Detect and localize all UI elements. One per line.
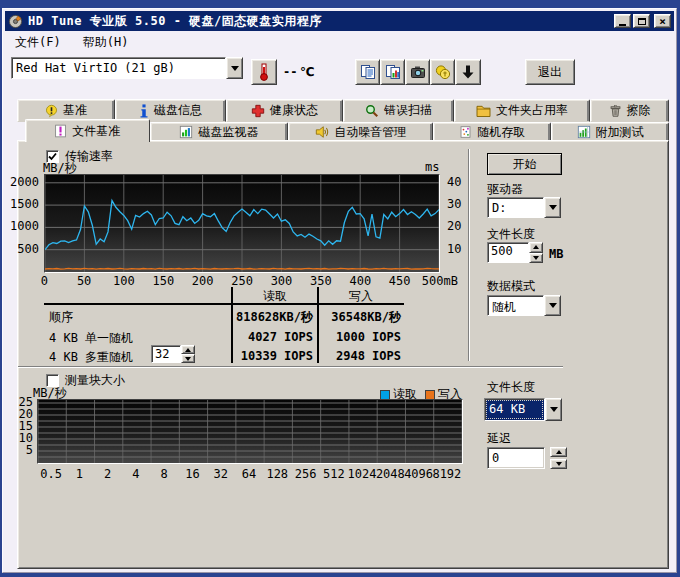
erase-trash-icon xyxy=(609,104,622,118)
file-benchmark-icon xyxy=(54,124,67,138)
arrow-up-icon xyxy=(533,245,539,249)
acoustic-speaker-icon xyxy=(315,125,329,139)
window-title: HD Tune 专业版 5.50 - 硬盘/固态硬盘实用程序 xyxy=(28,13,322,30)
tab-folder-usage[interactable]: 文件夹占用率 xyxy=(454,99,590,122)
legend-read-swatch xyxy=(380,390,390,400)
drive-select[interactable]: Red Hat VirtIO (21 gB) xyxy=(11,57,243,79)
arrow-up-icon xyxy=(185,348,191,352)
block-file-length-label: 文件长度 xyxy=(487,379,535,396)
block-file-length-value: 64 KB xyxy=(484,398,545,421)
top-chart-y2-axis-labels: 40302010 xyxy=(443,174,467,271)
read-4kb-single-value: 4027 IOPS xyxy=(233,330,313,344)
tab-random-access[interactable]: 随机存取 xyxy=(433,122,551,142)
axis-tick-label: 500 xyxy=(17,242,39,256)
delay-down-button[interactable] xyxy=(550,459,567,469)
drive-combo[interactable]: D: xyxy=(487,197,561,218)
axis-tick-label: 30 xyxy=(447,197,461,211)
delay-up-button[interactable] xyxy=(550,447,567,457)
tab-extra-tests[interactable]: 附加测试 xyxy=(551,122,669,142)
axis-tick-label: 256 xyxy=(295,467,317,481)
chevron-down-icon xyxy=(550,407,558,412)
axis-tick-label: 8 xyxy=(161,467,168,481)
save-button[interactable] xyxy=(455,59,481,85)
delay-input[interactable]: 0 xyxy=(487,447,545,469)
transfer-rate-chart-canvas xyxy=(45,175,439,272)
file-benchmark-page: 传输速率 MB/秒 ms 200015001000500 40302010 05… xyxy=(17,140,669,569)
extra-tests-icon xyxy=(577,125,591,139)
start-button-label: 开始 xyxy=(513,156,537,173)
file-length-up-button[interactable] xyxy=(529,242,543,253)
tab-acoustic-management[interactable]: 自动噪音管理 xyxy=(288,122,433,142)
axis-tick-label: 100 xyxy=(113,274,135,288)
axis-tick-label: 32 xyxy=(213,467,227,481)
copy-image-button[interactable] xyxy=(380,59,405,85)
drive-combo-value: D: xyxy=(487,197,544,218)
axis-tick-label: 20 xyxy=(447,219,461,233)
drive-select-value: Red Hat VirtIO (21 gB) xyxy=(11,57,226,79)
drive-combo-dropdown-button[interactable] xyxy=(544,197,561,218)
transfer-rate-chart xyxy=(44,174,440,273)
delay-value: 0 xyxy=(492,451,499,465)
copy-text-icon xyxy=(360,64,376,80)
tab-health[interactable]: 健康状态 xyxy=(226,99,343,122)
file-length-down-button[interactable] xyxy=(529,253,543,264)
block-size-chart-canvas xyxy=(38,400,462,463)
file-length-unit: MB xyxy=(549,247,563,261)
start-button[interactable]: 开始 xyxy=(487,153,562,175)
axis-tick-label: 200 xyxy=(192,274,214,288)
queue-depth-spinner[interactable]: 32 xyxy=(151,345,195,363)
axis-tick-label: 500mB xyxy=(422,274,458,288)
data-mode-dropdown-button[interactable] xyxy=(544,295,561,316)
tab-disk-monitor[interactable]: 磁盘监视器 xyxy=(150,122,288,142)
tab-erase[interactable]: 擦除 xyxy=(590,99,669,122)
file-length-spinner[interactable]: 500 xyxy=(487,242,543,263)
panel-divider xyxy=(468,149,470,361)
tab-file-benchmark[interactable]: 文件基准 xyxy=(25,119,150,142)
bottom-chart-y-axis-labels: 252015105 xyxy=(18,399,34,462)
axis-tick-label: 1024 xyxy=(348,467,377,481)
temperature-button[interactable] xyxy=(251,59,277,85)
copy-text-button[interactable] xyxy=(355,59,380,85)
write-4kb-single-value: 1000 IOPS xyxy=(319,330,401,344)
maximize-icon xyxy=(638,18,646,25)
thermometer-icon xyxy=(257,63,271,81)
axis-tick-label: 512 xyxy=(323,467,345,481)
chevron-down-icon xyxy=(549,205,557,210)
queue-depth-down-button[interactable] xyxy=(181,354,195,363)
copy-image-icon xyxy=(385,64,401,80)
block-file-length-dropdown-button[interactable] xyxy=(545,398,562,421)
maximize-button[interactable] xyxy=(633,14,650,28)
drive-select-dropdown-button[interactable] xyxy=(226,57,243,79)
block-file-length-combo[interactable]: 64 KB xyxy=(484,398,562,421)
disk-monitor-icon xyxy=(179,125,193,139)
screenshot-camera-icon xyxy=(410,64,426,80)
axis-tick-label: 350 xyxy=(310,274,332,288)
axis-tick-label: 2 xyxy=(104,467,111,481)
minimize-button[interactable] xyxy=(614,14,631,28)
axis-tick-label: 10 xyxy=(447,242,461,256)
screenshot-button[interactable] xyxy=(405,59,430,85)
table-row-label-4kb-multi: 4 KB 多重随机 xyxy=(49,349,133,366)
benchmark-exclamation-icon xyxy=(45,104,58,118)
section-divider xyxy=(18,366,563,368)
data-mode-value: 随机 xyxy=(487,295,544,316)
minimize-icon xyxy=(619,24,626,26)
tab-benchmark-label: 基准 xyxy=(63,102,87,119)
tab-error-scan[interactable]: 错误扫描 xyxy=(343,99,454,122)
data-mode-combo[interactable]: 随机 xyxy=(487,295,561,316)
close-button[interactable]: × xyxy=(654,14,671,28)
tab-health-label: 健康状态 xyxy=(270,102,318,119)
block-size-label: 测量块大小 xyxy=(65,372,125,389)
legend-write-swatch xyxy=(425,390,435,400)
menu-help[interactable]: 帮助(H) xyxy=(81,33,131,52)
file-length-label: 文件长度 xyxy=(487,226,535,243)
registration-button[interactable] xyxy=(430,59,455,85)
axis-tick-label: 250 xyxy=(231,274,253,288)
top-chart-y2-axis-title: ms xyxy=(425,160,439,174)
temperature-value: -- xyxy=(283,65,297,79)
chevron-down-icon xyxy=(549,303,557,308)
menu-file[interactable]: 文件(F) xyxy=(13,33,63,52)
queue-depth-up-button[interactable] xyxy=(181,345,195,354)
exit-button[interactable]: 退出 xyxy=(525,59,575,85)
tab-extra-tests-label: 附加测试 xyxy=(596,124,644,141)
